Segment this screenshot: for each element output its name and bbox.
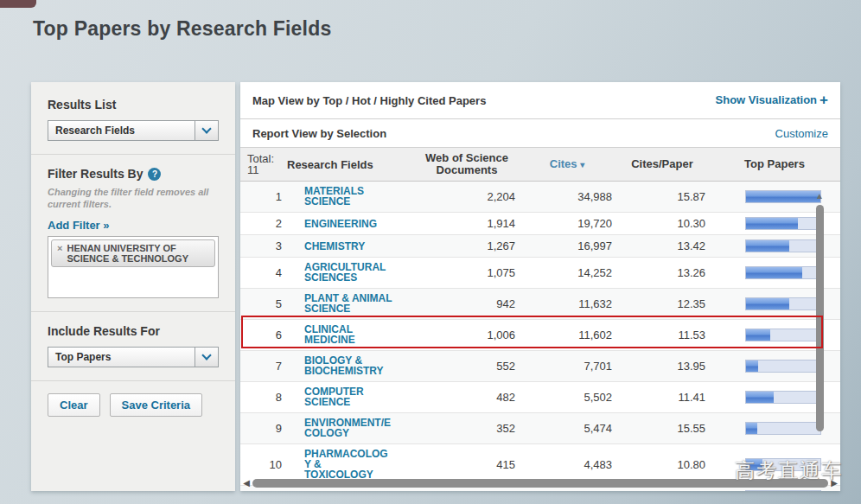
row-rank: 2 bbox=[240, 213, 285, 235]
sidebar-divider bbox=[31, 311, 235, 312]
top-papers-bar-fill bbox=[746, 392, 774, 403]
top-papers-bar-fill bbox=[746, 218, 798, 229]
save-criteria-button[interactable]: Save Criteria bbox=[110, 393, 203, 417]
results-table: Total: 11 Research Fields Web of Science… bbox=[240, 148, 840, 491]
top-papers-bar-fill bbox=[746, 360, 758, 372]
row-documents: 1,267 bbox=[415, 235, 519, 258]
row-documents: 1,006 bbox=[415, 320, 519, 351]
help-question-icon[interactable]: ? bbox=[148, 168, 161, 181]
top-papers-bar-fill bbox=[746, 267, 802, 278]
table-row: 8 COMPUTER SCIENCE 482 5,502 11.41 bbox=[240, 382, 840, 413]
row-cites-per-paper: 11.41 bbox=[615, 382, 709, 413]
research-field-link[interactable]: PLANT & ANIMAL SCIENCE bbox=[304, 293, 392, 314]
top-papers-bar bbox=[745, 329, 821, 341]
col-cites-per-paper: Cites/Paper bbox=[615, 148, 709, 182]
vertical-scrollbar-thumb[interactable] bbox=[816, 205, 824, 431]
filter-tags-box: × HENAN UNIVERSITY OF SCIENCE & TECHNOLO… bbox=[48, 236, 219, 298]
scroll-left-icon[interactable]: ◀ bbox=[240, 478, 252, 488]
row-rank: 5 bbox=[240, 289, 285, 320]
table-row: 3 CHEMISTRY 1,267 16,997 13.42 bbox=[240, 235, 840, 258]
row-cites-per-paper: 13.26 bbox=[615, 258, 709, 289]
row-cites: 11,602 bbox=[519, 320, 615, 351]
top-papers-bar bbox=[745, 297, 821, 310]
include-results-label: Include Results For bbox=[48, 324, 219, 338]
row-rank: 1 bbox=[240, 182, 285, 213]
top-papers-bar bbox=[745, 239, 821, 252]
row-cites-per-paper: 11.53 bbox=[615, 320, 709, 351]
top-papers-bar bbox=[745, 360, 821, 373]
row-cites: 14,252 bbox=[519, 258, 615, 289]
map-view-title: Map View by Top / Hot / Highly Cited Pap… bbox=[252, 94, 486, 107]
top-papers-bar bbox=[745, 490, 821, 491]
row-cites: 11,632 bbox=[519, 289, 615, 320]
top-papers-bar bbox=[745, 217, 821, 230]
table-row: 1 MATERIALS SCIENCE 2,204 34,988 15.87 bbox=[240, 182, 840, 213]
row-documents: 482 bbox=[415, 382, 519, 413]
customize-link[interactable]: Customize bbox=[775, 127, 828, 140]
row-documents: 2,204 bbox=[415, 182, 519, 213]
row-rank: 8 bbox=[240, 382, 285, 413]
research-field-link[interactable]: CLINICAL MEDICINE bbox=[304, 324, 355, 345]
scroll-up-icon[interactable]: ▲ bbox=[814, 191, 825, 201]
results-list-dropdown[interactable]: Research Fields bbox=[48, 120, 219, 141]
col-cites-sort[interactable]: Cites ▾ bbox=[519, 148, 615, 182]
top-papers-bar bbox=[745, 190, 821, 203]
row-documents: 1,914 bbox=[415, 213, 519, 235]
row-cites-per-paper: 13.95 bbox=[615, 351, 709, 382]
remove-filter-icon[interactable]: × bbox=[57, 243, 62, 253]
col-top-papers: Top Papers bbox=[709, 148, 840, 182]
top-papers-bar-fill bbox=[746, 329, 770, 341]
row-rank: 7 bbox=[240, 351, 285, 382]
row-rank: 3 bbox=[240, 235, 285, 258]
row-cites-per-paper: 13.42 bbox=[615, 235, 709, 258]
research-field-link[interactable]: COMPUTER SCIENCE bbox=[304, 386, 364, 407]
top-papers-bar-fill bbox=[746, 423, 757, 434]
total-count: Total: 11 bbox=[240, 148, 285, 182]
plus-icon: + bbox=[820, 92, 828, 108]
row-documents: 352 bbox=[415, 413, 519, 444]
row-cites-per-paper: 15.55 bbox=[615, 413, 709, 444]
top-papers-bar bbox=[745, 422, 821, 435]
row-cites: 7,701 bbox=[519, 351, 615, 382]
research-field-link[interactable]: MATERIALS SCIENCE bbox=[304, 186, 364, 207]
row-rank: 9 bbox=[240, 413, 285, 444]
sort-down-icon: ▾ bbox=[580, 160, 584, 169]
include-results-dropdown[interactable]: Top Papers bbox=[48, 347, 219, 367]
research-field-link[interactable]: CHEMISTRY bbox=[304, 241, 365, 252]
include-results-dropdown-value: Top Papers bbox=[48, 351, 195, 363]
main-panel: Map View by Top / Hot / Highly Cited Pap… bbox=[240, 82, 840, 491]
top-papers-bar-fill bbox=[746, 191, 820, 202]
filter-note: Changing the filter field removes all cu… bbox=[48, 186, 212, 211]
chevron-down-icon[interactable] bbox=[195, 121, 218, 140]
table-row: 7 BIOLOGY & BIOCHEMISTRY 552 7,701 13.95 bbox=[240, 351, 840, 382]
sidebar-divider bbox=[31, 380, 235, 381]
row-cites: 16,997 bbox=[519, 235, 615, 258]
clear-button[interactable]: Clear bbox=[48, 393, 100, 417]
add-filter-link[interactable]: Add Filter » bbox=[48, 219, 110, 232]
table-row: 6 CLINICAL MEDICINE 1,006 11,602 11.53 bbox=[240, 320, 840, 351]
research-field-link[interactable]: PHARMACOLOG Y & TOXICOLOGY bbox=[304, 449, 388, 480]
row-documents: 942 bbox=[415, 289, 519, 320]
results-list-dropdown-value: Research Fields bbox=[48, 124, 195, 137]
row-cites-per-paper: 15.87 bbox=[615, 182, 709, 213]
research-field-link[interactable]: BIOLOGY & BIOCHEMISTRY bbox=[304, 355, 384, 376]
col-documents: Web of Science Documents bbox=[415, 148, 519, 182]
chevron-down-icon[interactable] bbox=[195, 348, 218, 367]
top-papers-bar-fill bbox=[746, 298, 789, 309]
filter-tag[interactable]: × HENAN UNIVERSITY OF SCIENCE & TECHNOLO… bbox=[51, 239, 215, 267]
filter-results-label: Filter Results By bbox=[48, 167, 143, 181]
results-list-label: Results List bbox=[48, 98, 219, 112]
research-field-link[interactable]: ENVIRONMENT/E COLOGY bbox=[304, 418, 391, 438]
page-title: Top Papers by Research Fields bbox=[33, 17, 331, 41]
research-field-link[interactable]: AGRICULTURAL SCIENCES bbox=[304, 262, 386, 283]
top-papers-bar-fill bbox=[746, 240, 789, 252]
col-research-fields: Research Fields bbox=[285, 148, 415, 182]
row-documents: 552 bbox=[415, 351, 519, 382]
table-row: 2 ENGINEERING 1,914 19,720 10.30 bbox=[240, 213, 840, 235]
vertical-scrollbar[interactable]: ▲ bbox=[814, 191, 825, 431]
sidebar-divider bbox=[31, 154, 235, 155]
show-visualization-link[interactable]: Show Visualization+ bbox=[716, 92, 828, 109]
research-field-link[interactable]: ENGINEERING bbox=[304, 219, 377, 229]
row-cites: 19,720 bbox=[519, 213, 615, 235]
table-row: 4 AGRICULTURAL SCIENCES 1,075 14,252 13.… bbox=[240, 258, 840, 289]
